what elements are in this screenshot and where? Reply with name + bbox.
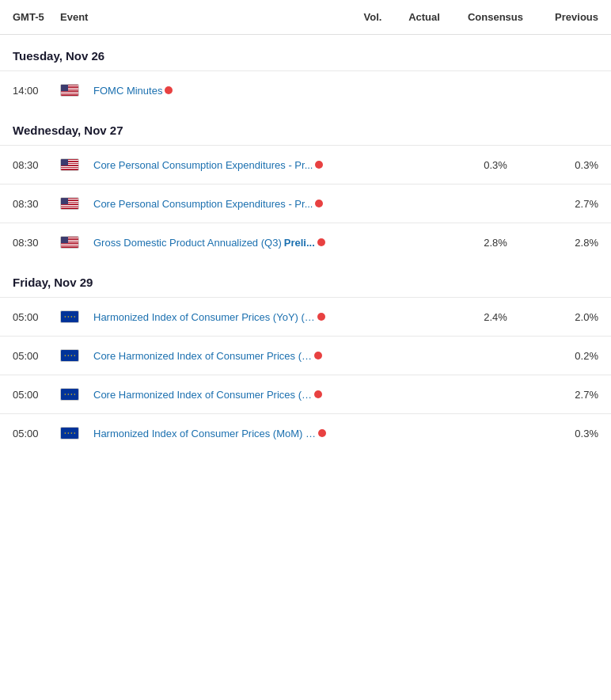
- event-flag: [60, 158, 85, 171]
- event-name-text: Harmonized Index of Consumer Prices (MoM…: [93, 428, 316, 439]
- header-actual: Actual: [393, 11, 456, 23]
- event-flag: [60, 197, 85, 210]
- event-time: 05:00: [13, 389, 60, 401]
- header-event: Event: [60, 11, 353, 23]
- event-time: 08:30: [13, 159, 60, 171]
- event-name-text: Core Harmonized Index of Consumer Prices…: [93, 389, 312, 401]
- volatility-dot: [314, 352, 322, 360]
- event-flag: [60, 236, 85, 249]
- volatility-dot: [318, 429, 326, 437]
- event-name[interactable]: Core Personal Consumption Expenditures -…: [93, 198, 353, 210]
- event-time: 08:30: [13, 198, 60, 210]
- event-flag: [60, 427, 85, 439]
- header-previous: Previous: [535, 11, 598, 23]
- day-header: Wednesday, Nov 27: [0, 109, 611, 145]
- event-name-text: FOMC Minutes: [93, 85, 162, 97]
- event-name-text: Harmonized Index of Consumer Prices (YoY…: [93, 311, 315, 323]
- event-time: 05:00: [13, 428, 60, 439]
- event-previous: 0.3%: [535, 428, 598, 439]
- event-name[interactable]: Core Personal Consumption Expenditures -…: [93, 159, 353, 171]
- event-time: 08:30: [13, 237, 60, 249]
- volatility-dot: [315, 161, 323, 169]
- event-name[interactable]: Core Harmonized Index of Consumer Prices…: [93, 350, 353, 362]
- volatility-dot: [314, 390, 322, 398]
- event-consensus: 2.4%: [456, 311, 535, 323]
- volatility-dot: [165, 86, 173, 94]
- event-time: 05:00: [13, 350, 60, 362]
- table-row[interactable]: 08:30Core Personal Consumption Expenditu…: [0, 184, 611, 223]
- event-consensus: 2.8%: [456, 237, 535, 249]
- event-previous: 0.2%: [535, 350, 598, 362]
- event-previous: 2.0%: [535, 311, 598, 323]
- event-previous: 0.3%: [535, 159, 598, 171]
- event-previous: 2.8%: [535, 237, 598, 249]
- event-name[interactable]: Gross Domestic Product Annualized (Q3)Pr…: [93, 237, 353, 249]
- event-previous: 2.7%: [535, 198, 598, 210]
- event-flag: [60, 310, 85, 323]
- event-consensus: 0.3%: [456, 159, 535, 171]
- event-flag: [60, 84, 85, 97]
- header-vol: Vol.: [353, 11, 393, 23]
- event-name-text: Gross Domestic Product Annualized (Q3): [93, 237, 282, 249]
- table-row[interactable]: 05:00Harmonized Index of Consumer Prices…: [0, 413, 611, 452]
- day-header: Friday, Nov 29: [0, 261, 611, 297]
- event-time: 05:00: [13, 311, 60, 323]
- event-name[interactable]: FOMC Minutes: [93, 85, 353, 97]
- volatility-dot: [317, 238, 325, 246]
- event-time: 14:00: [13, 85, 60, 97]
- volatility-dot: [317, 313, 325, 321]
- table-row[interactable]: 05:00Core Harmonized Index of Consumer P…: [0, 375, 611, 413]
- event-name-bold: Preli...: [284, 237, 315, 249]
- table-row[interactable]: 05:00Core Harmonized Index of Consumer P…: [0, 336, 611, 375]
- event-name-text: Core Personal Consumption Expenditures -…: [93, 198, 313, 210]
- table-row[interactable]: 05:00Harmonized Index of Consumer Prices…: [0, 297, 611, 336]
- table-row[interactable]: 08:30Gross Domestic Product Annualized (…: [0, 223, 611, 261]
- table-header: GMT-5 Event Vol. Actual Consensus Previo…: [0, 0, 611, 35]
- event-name[interactable]: Harmonized Index of Consumer Prices (YoY…: [93, 311, 353, 323]
- table-row[interactable]: 14:00FOMC Minutes: [0, 70, 611, 109]
- event-name-text: Core Harmonized Index of Consumer Prices…: [93, 350, 312, 362]
- event-flag: [60, 388, 85, 401]
- event-name-text: Core Personal Consumption Expenditures -…: [93, 159, 313, 171]
- event-name[interactable]: Harmonized Index of Consumer Prices (MoM…: [93, 428, 353, 439]
- table-row[interactable]: 08:30Core Personal Consumption Expenditu…: [0, 145, 611, 184]
- event-flag: [60, 349, 85, 362]
- header-gmt: GMT-5: [13, 11, 60, 23]
- header-consensus: Consensus: [456, 11, 535, 23]
- event-name[interactable]: Core Harmonized Index of Consumer Prices…: [93, 389, 353, 401]
- events-table: Tuesday, Nov 2614:00FOMC MinutesWednesda…: [0, 35, 611, 452]
- event-previous: 2.7%: [535, 389, 598, 401]
- volatility-dot: [315, 200, 323, 207]
- day-header: Tuesday, Nov 26: [0, 35, 611, 70]
